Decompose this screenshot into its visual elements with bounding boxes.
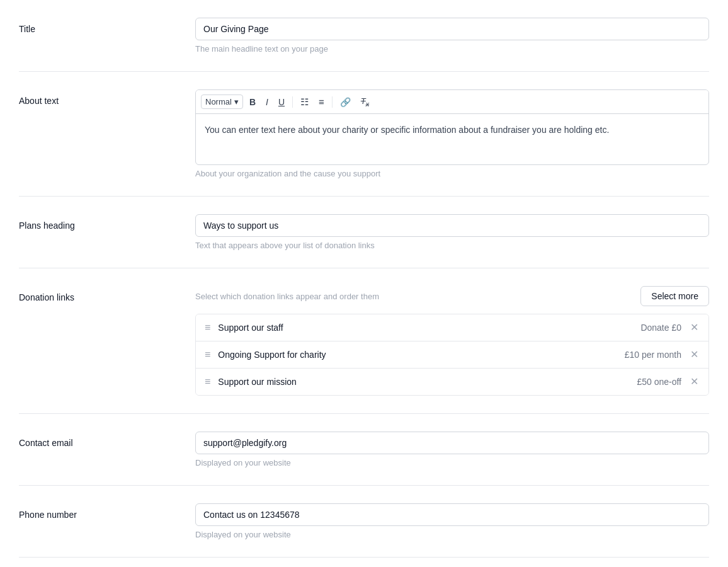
ordered-list-button[interactable]: ☷ [297,94,312,109]
donation-item-amount: Donate £0 [640,323,681,333]
format-select-label: Normal [205,97,232,106]
about-text-content: Normal ▾ B I U ☷ ≡ 🔗 [195,89,709,178]
remove-item-button[interactable]: ✕ [689,323,700,333]
bold-icon: B [249,97,256,107]
plans-heading-content: Text that appears above your list of don… [195,214,709,250]
contact-email-row: Contact email Displayed on your website [19,414,709,486]
italic-button[interactable]: I [262,95,272,109]
ordered-list-icon: ☷ [300,96,309,107]
toolbar-divider-2 [332,96,333,108]
clear-format-button[interactable]: Tx [357,94,373,110]
form-actions: Save changes Save and open preview [195,558,709,567]
donation-hint: Select which donation links appear and o… [195,292,379,301]
toolbar-divider-1 [292,96,293,108]
donation-links-label: Donation links [19,286,195,302]
underline-icon: U [278,97,285,107]
italic-icon: I [266,97,268,107]
title-input[interactable] [195,18,709,40]
plans-heading-label: Plans heading [19,214,195,231]
contact-email-content: Displayed on your website [195,432,709,467]
plans-heading-input[interactable] [195,214,709,237]
title-hint: The main headline text on your page [195,44,709,54]
drag-handle-icon[interactable]: ≡ [205,376,210,387]
remove-item-button[interactable]: ✕ [689,350,700,360]
about-text-row: About text Normal ▾ B I U ☷ ≡ [19,72,709,197]
donation-list: ≡ Support our staff Donate £0 ✕ ≡ Ongoin… [195,314,709,396]
select-more-button[interactable]: Select more [640,286,709,306]
link-button[interactable]: 🔗 [336,95,355,109]
donation-item-name: Support our staff [218,323,640,333]
phone-number-input[interactable] [195,503,709,526]
unordered-list-icon: ≡ [319,96,324,107]
format-chevron-icon: ▾ [234,97,239,106]
donation-links-row: Donation links Select which donation lin… [19,268,709,414]
remove-item-button[interactable]: ✕ [689,377,700,387]
donation-item: ≡ Support our staff Donate £0 ✕ [196,314,708,341]
page-container: Title The main headline text on your pag… [0,0,728,567]
about-text-hint: About your organization and the cause yo… [195,169,709,178]
rte-body[interactable]: You can enter text here about your chari… [196,114,708,164]
underline-button[interactable]: U [275,95,288,109]
plans-heading-row: Plans heading Text that appears above yo… [19,197,709,268]
contact-email-input[interactable] [195,432,709,454]
contact-email-label: Contact email [19,432,195,448]
rte-container: Normal ▾ B I U ☷ ≡ 🔗 [195,89,709,165]
drag-handle-icon[interactable]: ≡ [205,349,210,360]
donation-item-amount: £10 per month [625,350,681,360]
phone-number-content: Displayed on your website [195,503,709,539]
phone-number-label: Phone number [19,503,195,520]
donation-links-content: Select which donation links appear and o… [195,286,709,396]
phone-number-row: Phone number Displayed on your website [19,486,709,558]
clear-format-icon: Tx [361,96,369,106]
donation-header: Select which donation links appear and o… [195,286,709,306]
donation-item-amount: £50 one-off [637,377,681,387]
format-select[interactable]: Normal ▾ [201,94,243,109]
donation-item: ≡ Ongoing Support for charity £10 per mo… [196,341,708,369]
unordered-list-button[interactable]: ≡ [315,94,328,109]
title-content: The main headline text on your page [195,18,709,54]
contact-email-hint: Displayed on your website [195,458,709,467]
title-row: Title The main headline text on your pag… [19,0,709,72]
about-text-label: About text [19,89,195,106]
donation-item: ≡ Support our mission £50 one-off ✕ [196,369,708,395]
plans-heading-hint: Text that appears above your list of don… [195,241,709,250]
title-label: Title [19,18,195,34]
bold-button[interactable]: B [246,95,259,109]
phone-number-hint: Displayed on your website [195,530,709,539]
donation-item-name: Ongoing Support for charity [218,350,624,360]
rte-toolbar: Normal ▾ B I U ☷ ≡ 🔗 [196,90,708,114]
drag-handle-icon[interactable]: ≡ [205,322,210,333]
link-icon: 🔗 [340,97,351,107]
donation-item-name: Support our mission [218,377,637,387]
